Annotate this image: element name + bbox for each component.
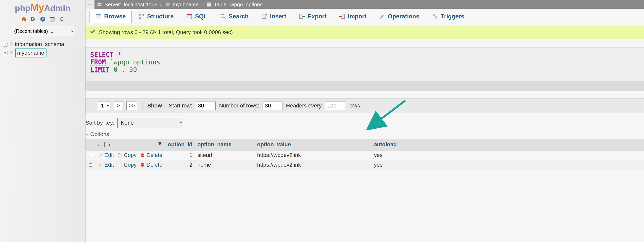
tab-insert[interactable]: Insert bbox=[255, 10, 292, 23]
pencil-icon bbox=[98, 162, 103, 168]
tab-import[interactable]: Import bbox=[333, 10, 372, 23]
edit-link[interactable]: Edit bbox=[98, 162, 114, 168]
svg-rect-17 bbox=[262, 14, 266, 18]
table-icon bbox=[206, 2, 211, 7]
tree-row[interactable]: + mydbname bbox=[3, 48, 82, 58]
copy-icon bbox=[117, 153, 122, 158]
sql-query: SELECT * FROM `wpqo_options` LIMIT 0 , 3… bbox=[86, 48, 644, 81]
row-checkbox[interactable] bbox=[89, 164, 92, 167]
tab-export[interactable]: Export bbox=[293, 10, 332, 23]
database-icon bbox=[9, 50, 14, 56]
breadcrumb-sep: » bbox=[201, 2, 204, 8]
triggers-icon bbox=[432, 13, 438, 20]
svg-rect-3 bbox=[50, 17, 54, 18]
layout-toggle[interactable]: ←T→ bbox=[98, 140, 111, 149]
col-option-name[interactable]: option_name bbox=[198, 141, 232, 148]
sql-table: `wpqo_options` bbox=[110, 58, 164, 66]
svg-point-15 bbox=[221, 14, 224, 18]
headers-input[interactable] bbox=[325, 101, 345, 110]
numrows-input[interactable] bbox=[262, 101, 282, 110]
cell-autoload: yes bbox=[372, 150, 644, 160]
logout-icon[interactable] bbox=[30, 16, 36, 22]
copy-link[interactable]: Copy bbox=[117, 152, 136, 158]
success-notice: Showing rows 0 - 29 (241 total, Query to… bbox=[86, 26, 644, 39]
options-toggle[interactable]: + Options bbox=[86, 131, 644, 138]
last-page-button[interactable]: >> bbox=[126, 101, 137, 110]
pagination-bar: 1 > >> Show : Start row: Number of rows:… bbox=[86, 98, 644, 113]
startrow-input[interactable] bbox=[196, 101, 216, 110]
tab-operations[interactable]: Operations bbox=[373, 10, 425, 23]
pencil-icon bbox=[98, 153, 103, 158]
chevron-down-icon[interactable]: ▼ bbox=[157, 140, 162, 147]
sql-limit: LIMIT bbox=[90, 66, 110, 73]
tab-label: Browse bbox=[104, 13, 126, 20]
logo-admin: Admin bbox=[44, 3, 70, 13]
tree-row[interactable]: + information_schema bbox=[3, 40, 82, 48]
cell-option-name: home bbox=[195, 160, 254, 170]
sort-row: Sort by key: None bbox=[86, 118, 644, 128]
tab-label: Export bbox=[308, 13, 326, 20]
tab-sql[interactable]: SQL bbox=[180, 10, 213, 23]
recent-tables-select[interactable]: (Recent tables) ... bbox=[11, 26, 74, 36]
sql-star: * bbox=[118, 51, 122, 58]
breadcrumb-table[interactable]: wpqo_options bbox=[230, 2, 262, 8]
table-header-row: ←T→ ▼ option_id option_name option_value… bbox=[86, 139, 644, 150]
sql-from: FROM bbox=[90, 58, 106, 66]
svg-text:?: ? bbox=[42, 17, 44, 21]
sql-icon bbox=[186, 13, 192, 20]
col-option-value[interactable]: option_value bbox=[257, 141, 291, 148]
sort-select[interactable]: None bbox=[117, 118, 183, 128]
startrow-label: Start row: bbox=[169, 102, 192, 109]
check-icon bbox=[90, 29, 96, 36]
export-icon bbox=[299, 13, 305, 20]
tab-label: Import bbox=[348, 13, 366, 20]
breadcrumb-server-label: Server: bbox=[104, 2, 121, 8]
db-tree: + information_schema + mydbname bbox=[0, 40, 85, 58]
tab-triggers[interactable]: Triggers bbox=[426, 10, 470, 23]
copy-link[interactable]: Copy bbox=[117, 162, 136, 168]
svg-rect-6 bbox=[98, 3, 102, 4]
svg-rect-10 bbox=[207, 2, 211, 4]
svg-rect-14 bbox=[187, 14, 192, 15]
cell-option-value: https://wpdev2.ink bbox=[254, 160, 372, 170]
divider bbox=[142, 101, 142, 110]
db-name-current[interactable]: mydbname bbox=[15, 48, 46, 58]
col-autoload[interactable]: autoload bbox=[374, 141, 397, 148]
breadcrumb: ← Server: localhost:1106 » mydbname » Ta… bbox=[86, 0, 644, 9]
browse-icon bbox=[95, 13, 102, 20]
sql-select: SELECT bbox=[90, 51, 114, 58]
insert-icon bbox=[261, 13, 268, 20]
refresh-icon[interactable] bbox=[59, 16, 65, 22]
tab-structure[interactable]: Structure bbox=[132, 10, 180, 23]
expand-icon[interactable]: + bbox=[3, 42, 8, 46]
back-button[interactable]: ← bbox=[86, 0, 94, 9]
cell-option-id: 2 bbox=[165, 160, 195, 170]
help-icon[interactable]: ? bbox=[40, 16, 46, 22]
row-checkbox[interactable] bbox=[89, 154, 92, 157]
page-select[interactable]: 1 bbox=[98, 101, 110, 110]
svg-rect-12 bbox=[96, 14, 101, 15]
table-row: Edit Copy Delete 2 home https://wpdev2.i… bbox=[86, 160, 644, 170]
delete-link[interactable]: Delete bbox=[140, 152, 162, 158]
breadcrumb-db[interactable]: mydbname bbox=[173, 2, 199, 8]
db-name[interactable]: information_schema bbox=[15, 41, 64, 48]
col-option-id[interactable]: option_id bbox=[168, 141, 192, 148]
tab-browse[interactable]: Browse bbox=[90, 10, 132, 23]
svg-rect-7 bbox=[98, 4, 102, 6]
home-icon[interactable] bbox=[21, 16, 27, 22]
edit-link[interactable]: Edit bbox=[98, 152, 114, 158]
tab-label: Insert bbox=[270, 13, 286, 20]
breadcrumb-server[interactable]: localhost:1106 bbox=[124, 2, 158, 8]
expand-icon[interactable]: + bbox=[3, 51, 8, 55]
sql-window-icon[interactable] bbox=[49, 16, 55, 22]
delete-link[interactable]: Delete bbox=[140, 162, 162, 168]
next-page-button[interactable]: > bbox=[114, 101, 123, 110]
tab-label: Search bbox=[229, 13, 249, 20]
table-row: Edit Copy Delete 1 siteurl https://wpdev… bbox=[86, 150, 644, 160]
tab-search[interactable]: Search bbox=[214, 10, 254, 23]
cell-option-value: https://wpdev2.ink bbox=[254, 150, 372, 160]
sql-toolbar bbox=[86, 81, 644, 91]
sidebar: phpMyAdmin ? (Recent tables) ... + bbox=[0, 0, 86, 242]
breadcrumb-sep: » bbox=[160, 2, 163, 8]
server-icon bbox=[97, 2, 102, 7]
